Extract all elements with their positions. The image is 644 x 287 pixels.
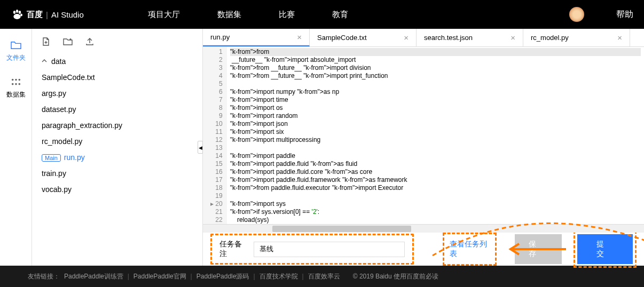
code-area[interactable]: 1 2 3 4 5 6 7 8 9 10 11 12 13 14 15 16 1… [203,47,644,224]
file-item[interactable]: vocab.py [42,181,202,197]
submit-button[interactable]: 提交 [577,234,633,264]
svg-point-0 [13,11,15,14]
avatar[interactable] [569,7,584,22]
rail-files[interactable]: 文件夹 [0,41,32,62]
file-item[interactable]: rc_model.py [42,133,202,149]
save-button[interactable]: 保存 [515,234,562,264]
editor: ◀ run.py× SampleCode.txt× search.test.js… [203,29,644,266]
task-input[interactable] [254,242,404,257]
tab-search[interactable]: search.test.json× [417,29,523,46]
brand-div: | [46,10,48,19]
chevron-down-icon [42,59,47,64]
svg-point-2 [19,11,21,14]
rail-datasets[interactable]: 数据集 [0,77,32,99]
main-badge: Main [42,154,61,162]
footer-link[interactable]: PaddlePaddle训练营 [64,272,123,281]
new-file-icon[interactable] [42,37,50,46]
tab-sample[interactable]: SampleCode.txt× [310,29,417,46]
nav-competitions[interactable]: 比赛 [279,10,295,20]
file-item[interactable]: paragraph_extraction.py [42,117,202,133]
tab-rcmodel[interactable]: rc_model.py× [523,29,630,46]
close-icon[interactable]: × [404,33,409,42]
footer-link[interactable]: PaddlePaddle源码 [197,272,249,281]
footer-copy: © 2019 Baidu 使用百度前必读 [353,272,438,281]
sidebar: data SampleCode.txt args.py dataset.py p… [32,29,203,266]
close-icon[interactable]: × [511,33,515,42]
tab-run[interactable]: run.py× [203,29,310,46]
line-gutter: 1 2 3 4 5 6 7 8 9 10 11 12 13 14 15 16 1… [203,47,227,224]
file-item[interactable]: train.py [42,165,202,181]
task-remark-box: 任务备注 [210,234,414,265]
file-item[interactable]: args.py [42,85,202,101]
footer-link[interactable]: 百度效率云 [308,272,340,281]
nav-education[interactable]: 教育 [332,10,348,20]
task-label: 任务备注 [219,240,247,259]
editor-tabs: run.py× SampleCode.txt× search.test.json… [203,29,644,47]
svg-point-9 [18,83,20,85]
left-rail: 文件夹 数据集 [0,29,32,266]
file-item[interactable]: SampleCode.txt [42,69,202,85]
header: 百度 | AI Studio 项目大厅 数据集 比赛 教育 帮助 [0,0,644,29]
sidebar-tools [32,37,202,46]
svg-point-5 [15,79,17,81]
help-link[interactable]: 帮助 [616,9,633,20]
upload-icon[interactable] [85,37,94,46]
svg-point-7 [11,83,13,85]
svg-point-3 [20,13,22,16]
view-task-list[interactable]: 查看任务列表 [443,233,497,266]
logo[interactable]: 百度 | AI Studio [11,8,84,21]
code-source[interactable]: "k-from">from __future__ "k-from">import… [227,47,644,224]
new-folder-icon[interactable] [63,37,73,46]
close-icon[interactable]: × [297,33,302,42]
close-icon[interactable]: × [617,33,622,42]
folder-icon [10,41,22,50]
svg-point-6 [18,79,20,81]
footer-link[interactable]: 百度技术学院 [260,272,298,281]
bottom-bar: 任务备注 查看任务列表 保存 提交 [203,233,644,266]
svg-point-1 [16,10,18,13]
svg-point-4 [11,79,13,81]
file-tree: data SampleCode.txt args.py dataset.py p… [32,53,202,197]
scroll-thumb[interactable] [272,226,411,232]
footer: 友情链接： PaddlePaddle训练营| PaddlePaddle官网| P… [0,266,644,287]
brand-cn: 百度 [27,10,43,20]
baidu-paw-icon [11,8,23,21]
h-scrollbar[interactable] [203,224,644,233]
footer-label: 友情链接： [28,272,60,281]
svg-point-8 [15,83,17,85]
dataset-icon [10,77,22,87]
brand-en: AI Studio [51,10,84,19]
collapse-sidebar-button[interactable]: ◀ [198,141,203,154]
folder-data[interactable]: data [42,53,202,69]
nav: 项目大厅 数据集 比赛 教育 [148,10,348,20]
file-item[interactable]: dataset.py [42,101,202,117]
submit-box: 提交 [574,230,637,268]
nav-projects[interactable]: 项目大厅 [148,10,180,20]
nav-datasets[interactable]: 数据集 [217,10,241,20]
footer-link[interactable]: PaddlePaddle官网 [133,272,186,281]
file-run[interactable]: Mainrun.py [42,149,202,165]
